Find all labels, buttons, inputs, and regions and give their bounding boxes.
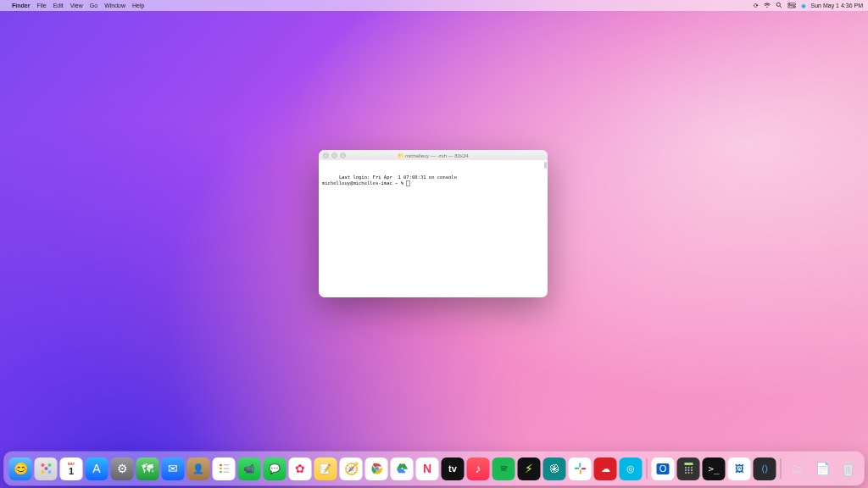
dock-maps-icon[interactable]: 🗺︎: [136, 458, 159, 480]
dock-spotify-icon[interactable]: [492, 458, 515, 480]
dock-mail-icon[interactable]: ✉︎: [162, 458, 185, 480]
svg-point-36: [691, 472, 693, 474]
svg-point-34: [685, 472, 687, 474]
dock-separator-2: [781, 458, 782, 479]
dock-photos-icon[interactable]: ✿: [289, 458, 312, 480]
dock-notes-icon[interactable]: 📝: [314, 458, 337, 480]
dock-chrome-icon[interactable]: [365, 458, 388, 480]
svg-point-13: [220, 468, 222, 470]
svg-rect-38: [845, 462, 850, 463]
svg-point-29: [687, 467, 689, 469]
dock-calendar-icon[interactable]: MAY 1: [60, 458, 83, 480]
dock-document-icon[interactable]: 📄: [811, 458, 834, 480]
dock-safari-icon[interactable]: 🧭: [340, 458, 363, 480]
svg-rect-16: [223, 471, 229, 473]
dock-app-lightning-icon[interactable]: ⚡︎: [518, 458, 541, 480]
dock-outlook-icon[interactable]: O: [652, 458, 675, 480]
desktop: Finder File Edit View Go Window Help ⟳ ◉…: [0, 0, 868, 488]
window-title: 📁 michelleuy — -zsh — 80x24: [319, 152, 548, 158]
svg-point-35: [687, 472, 689, 474]
terminal-prompt: michelleuy@michelles-imac ~ %: [322, 180, 406, 186]
terminal-window[interactable]: 📁 michelleuy — -zsh — 80x24 Last login: …: [319, 150, 548, 297]
dock-creative-cloud-icon[interactable]: ☁︎: [594, 458, 617, 480]
svg-rect-12: [223, 464, 229, 466]
svg-point-15: [220, 471, 222, 474]
dock-calculator-icon[interactable]: [677, 458, 700, 480]
svg-rect-25: [581, 468, 585, 469]
svg-point-0: [776, 3, 780, 6]
siri-icon[interactable]: ◉: [801, 3, 806, 9]
svg-rect-22: [579, 463, 581, 467]
terminal-cursor: [406, 180, 410, 186]
dock-launchpad-icon[interactable]: [35, 458, 58, 480]
svg-point-33: [691, 469, 693, 471]
svg-point-11: [220, 464, 222, 467]
dock-terminal-icon[interactable]: >_: [703, 458, 726, 480]
svg-point-6: [41, 463, 44, 467]
svg-rect-23: [574, 468, 578, 469]
dock: 😊 MAY 1 A ⚙︎ 🗺︎ ✉︎ 👤 📹 💬 ✿ 📝 🧭 N tv ♪: [4, 452, 865, 485]
calendar-day-label: 1: [69, 466, 74, 476]
svg-point-9: [47, 470, 51, 474]
svg-rect-14: [223, 468, 229, 469]
terminal-body[interactable]: Last login: Fri Apr 1 07:08:31 on consol…: [319, 160, 548, 297]
dock-trash-icon[interactable]: [837, 458, 860, 480]
window-zoom-button[interactable]: [340, 152, 346, 158]
dock-app-editor-icon[interactable]: ⟨⟩: [754, 458, 776, 480]
menu-go[interactable]: Go: [90, 3, 97, 8]
menu-view[interactable]: View: [70, 3, 83, 8]
dock-drive-icon[interactable]: [391, 458, 414, 480]
dock-app-swirl-icon[interactable]: ֎: [543, 458, 566, 480]
wifi-icon[interactable]: [764, 3, 771, 9]
dock-news-icon[interactable]: N: [416, 458, 439, 480]
dock-tv-icon[interactable]: tv: [442, 458, 465, 480]
dock-preview-icon[interactable]: 🖼︎: [728, 458, 751, 480]
terminal-last-login: Last login: Fri Apr 1 07:08:31 on consol…: [339, 175, 457, 180]
dock-reminders-icon[interactable]: [213, 458, 236, 480]
svg-point-3: [788, 3, 789, 4]
svg-point-30: [691, 467, 693, 469]
dock-appstore-icon[interactable]: A: [86, 458, 108, 480]
menu-app-name[interactable]: Finder: [12, 3, 30, 8]
dock-facetime-icon[interactable]: 📹: [238, 458, 261, 480]
menu-datetime[interactable]: Sun May 1 4:36 PM: [811, 3, 863, 8]
svg-point-7: [47, 463, 51, 467]
menu-window[interactable]: Window: [104, 3, 125, 8]
svg-point-5: [793, 6, 794, 7]
terminal-scrollbar[interactable]: [544, 162, 547, 169]
menu-edit[interactable]: Edit: [53, 3, 64, 8]
svg-rect-27: [684, 463, 693, 465]
spotlight-icon[interactable]: [776, 2, 782, 9]
svg-point-8: [41, 470, 44, 474]
menu-help[interactable]: Help: [132, 3, 144, 8]
dock-messages-icon[interactable]: 💬: [264, 458, 287, 480]
svg-point-31: [685, 469, 687, 471]
svg-point-10: [44, 467, 47, 470]
svg-rect-37: [843, 463, 854, 465]
svg-point-20: [376, 468, 378, 470]
svg-point-28: [685, 467, 687, 469]
control-center-icon[interactable]: [787, 3, 796, 9]
menu-file[interactable]: File: [36, 3, 46, 8]
window-titlebar[interactable]: 📁 michelleuy — -zsh — 80x24: [319, 150, 548, 160]
svg-point-32: [687, 469, 689, 471]
dock-folder-icon[interactable]: 🗂︎: [786, 458, 809, 480]
svg-rect-24: [579, 469, 581, 474]
status-icon-1[interactable]: ⟳: [754, 3, 759, 9]
menu-bar: Finder File Edit View Go Window Help ⟳ ◉…: [0, 0, 868, 11]
dock-slack-icon[interactable]: [569, 458, 592, 480]
window-minimize-button[interactable]: [331, 152, 337, 158]
dock-contacts-icon[interactable]: 👤: [187, 458, 210, 480]
svg-line-1: [780, 6, 782, 8]
dock-finder-icon[interactable]: 😊: [9, 458, 32, 480]
dock-music-icon[interactable]: ♪: [467, 458, 490, 480]
dock-settings-icon[interactable]: ⚙︎: [111, 458, 134, 480]
window-close-button[interactable]: [323, 152, 329, 158]
dock-app-cyan-icon[interactable]: ◎: [620, 458, 643, 480]
dock-separator: [647, 458, 648, 479]
